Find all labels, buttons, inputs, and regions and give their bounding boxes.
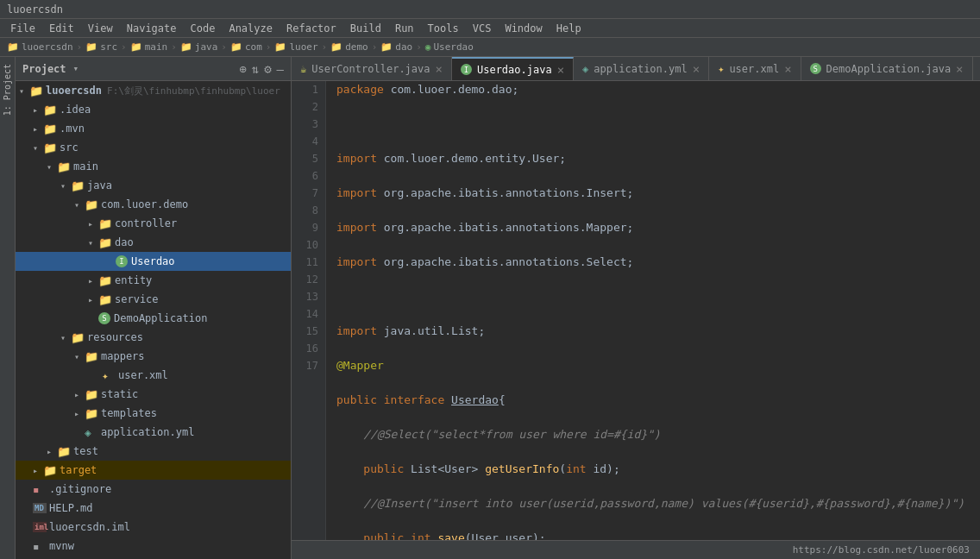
menu-navigate[interactable]: Navigate bbox=[120, 21, 184, 36]
iml-icon: iml bbox=[33, 522, 47, 532]
tree-item-userdao[interactable]: I Userdao bbox=[16, 252, 291, 271]
bc-com[interactable]: 📁 com bbox=[230, 41, 262, 53]
tree-item-src[interactable]: ▾ 📁 src bbox=[16, 138, 291, 157]
menu-build[interactable]: Build bbox=[343, 21, 388, 36]
tab-demoapplication[interactable]: S DemoApplication.java × bbox=[801, 57, 973, 80]
menu-help[interactable]: Help bbox=[550, 21, 588, 36]
code-line bbox=[336, 116, 970, 133]
menu-window[interactable]: Window bbox=[498, 21, 549, 36]
project-panel: Project ▾ ⊕ ⇅ ⚙ — ▾ 📁 luoercsdn F:\剑灵\fi… bbox=[16, 57, 292, 559]
bc-luoer[interactable]: 📁 luoer bbox=[274, 41, 317, 53]
menu-tools[interactable]: Tools bbox=[421, 21, 466, 36]
panel-icons: ⊕ ⇅ ⚙ — bbox=[239, 62, 284, 76]
tab-close-userxml[interactable]: × bbox=[784, 63, 791, 75]
code-line: @Mapper bbox=[336, 357, 970, 374]
folder-icon: 📁 bbox=[43, 122, 57, 135]
file-tree: ▾ 📁 luoercsdn F:\剑灵\finhubmp\finhubmp\lu… bbox=[16, 81, 291, 559]
menu-vcs[interactable]: VCS bbox=[466, 21, 499, 36]
bc-java[interactable]: 📁 java bbox=[180, 41, 218, 53]
bc-src[interactable]: 📁 src bbox=[85, 41, 117, 53]
xml-tab-icon: ✦ bbox=[718, 63, 724, 75]
app-title: luoercsdn bbox=[7, 3, 63, 16]
tree-item-helpmd[interactable]: MD HELP.md bbox=[16, 499, 291, 518]
folder-icon: 📁 bbox=[85, 350, 98, 363]
folder-icon: 📁 bbox=[98, 293, 112, 306]
bc-luoercsdn[interactable]: 📁 luoercsdn bbox=[7, 41, 73, 53]
menu-refactor[interactable]: Refactor bbox=[280, 21, 343, 36]
spring-tab-icon: S bbox=[810, 63, 821, 74]
folder-icon: 📁 bbox=[71, 331, 85, 344]
tree-item-applicationyml[interactable]: ◈ application.yml bbox=[16, 423, 291, 442]
folder-icon: 📁 bbox=[43, 104, 57, 116]
folder-icon: 📁 bbox=[85, 388, 98, 401]
code-editor[interactable]: package com.luoer.demo.dao; import com.l… bbox=[326, 81, 980, 540]
tree-item-demoapplication[interactable]: S DemoApplication bbox=[16, 309, 291, 328]
spring-icon: S bbox=[98, 312, 110, 324]
tab-usercontroller[interactable]: ☕ UserController.java × bbox=[292, 57, 452, 80]
tree-item-mvnwcmd[interactable]: ▪ mvnw.cmd bbox=[16, 556, 291, 559]
sort-icon[interactable]: ⇅ bbox=[252, 62, 259, 76]
tree-item-mappers[interactable]: ▾ 📁 mappers bbox=[16, 347, 291, 366]
tab-userdao[interactable]: I Userdao.java × bbox=[452, 57, 574, 80]
tree-item-userxml[interactable]: ✦ user.xml bbox=[16, 366, 291, 385]
md-icon: MD bbox=[33, 503, 47, 513]
add-icon[interactable]: ⊕ bbox=[239, 62, 246, 76]
java-tab-icon: ☕ bbox=[300, 63, 306, 75]
menu-run[interactable]: Run bbox=[388, 21, 421, 36]
tab-applicationyml[interactable]: ◈ application.yml × bbox=[574, 57, 709, 80]
tree-item-luoercsdniml[interactable]: iml luoercsdn.iml bbox=[16, 518, 291, 537]
bc-main[interactable]: 📁 main bbox=[130, 41, 168, 53]
tab-close-demoapplication[interactable]: × bbox=[956, 63, 963, 75]
tree-item-test[interactable]: ▸ 📁 test bbox=[16, 442, 291, 461]
folder-icon: 📁 bbox=[98, 236, 112, 249]
tree-item-resources[interactable]: ▾ 📁 resources bbox=[16, 328, 291, 347]
collapse-icon[interactable]: — bbox=[277, 62, 284, 76]
yml-icon: ◈ bbox=[85, 426, 98, 439]
menu-analyze[interactable]: Analyze bbox=[222, 21, 280, 36]
code-line: import org.apache.ibatis.annotations.Sel… bbox=[336, 254, 970, 271]
bc-dao[interactable]: 📁 dao bbox=[380, 41, 412, 53]
tree-item-idea[interactable]: ▸ 📁 .idea bbox=[16, 100, 291, 119]
tree-item-entity[interactable]: ▸ 📁 entity bbox=[16, 271, 291, 290]
code-line bbox=[336, 288, 970, 305]
bc-userdao[interactable]: ◉ Userdao bbox=[425, 41, 474, 53]
settings-icon[interactable]: ⚙ bbox=[264, 62, 271, 76]
menu-view[interactable]: View bbox=[81, 21, 120, 36]
tree-item-gitignore[interactable]: ▪ .gitignore bbox=[16, 480, 291, 499]
folder-icon: 📁 bbox=[57, 160, 71, 173]
tree-item-main[interactable]: ▾ 📁 main bbox=[16, 157, 291, 176]
breadcrumb: 📁 luoercsdn › 📁 src › 📁 main › 📁 java › … bbox=[0, 38, 980, 57]
bc-demo[interactable]: 📁 demo bbox=[330, 41, 368, 53]
tree-item-dao[interactable]: ▾ 📁 dao bbox=[16, 233, 291, 252]
tree-item-static[interactable]: ▸ 📁 static bbox=[16, 385, 291, 404]
tree-item-mvnw[interactable]: ▪ mvnw bbox=[16, 537, 291, 556]
tree-item-templates[interactable]: ▸ 📁 templates bbox=[16, 404, 291, 423]
tree-item-service[interactable]: ▸ 📁 service bbox=[16, 290, 291, 309]
folder-icon: 📁 bbox=[57, 445, 71, 458]
side-label: 1: Project bbox=[0, 57, 16, 559]
tab-close-applicationyml[interactable]: × bbox=[693, 63, 700, 75]
menu-code[interactable]: Code bbox=[184, 21, 223, 36]
tree-item-com-luoer-demo[interactable]: ▾ 📁 com.luoer.demo bbox=[16, 195, 291, 214]
line-numbers: 1 2 3 4 5 6 7 8 9 10 11 12 13 14 15 16 1… bbox=[292, 81, 326, 540]
menu-edit[interactable]: Edit bbox=[42, 21, 81, 36]
tree-item-mvn[interactable]: ▸ 📁 .mvn bbox=[16, 119, 291, 138]
menu-file[interactable]: File bbox=[3, 21, 42, 36]
folder-icon: 📁 bbox=[98, 217, 112, 230]
title-bar: luoercsdn bbox=[0, 0, 980, 19]
tree-item-luoercsdn[interactable]: ▾ 📁 luoercsdn F:\剑灵\finhubmp\finhubmp\lu… bbox=[16, 81, 291, 100]
interface-tab-icon: I bbox=[461, 64, 472, 75]
interface-icon: I bbox=[116, 255, 128, 267]
tab-close-usercontroller[interactable]: × bbox=[436, 63, 443, 75]
tree-item-java[interactable]: ▾ 📁 java bbox=[16, 176, 291, 195]
code-area[interactable]: 1 2 3 4 5 6 7 8 9 10 11 12 13 14 15 16 1… bbox=[292, 81, 980, 540]
tab-userxml[interactable]: ✦ user.xml × bbox=[709, 57, 801, 80]
tab-bar: ☕ UserController.java × I Userdao.java ×… bbox=[292, 57, 980, 81]
gitignore-icon: ▪ bbox=[33, 483, 47, 496]
code-line: public interface Userdao{ bbox=[336, 392, 970, 409]
tree-item-controller[interactable]: ▸ 📁 controller bbox=[16, 214, 291, 233]
folder-icon: 📁 bbox=[98, 274, 112, 287]
code-line: //@Insert("insert into user(userid,passw… bbox=[336, 495, 970, 512]
tree-item-target[interactable]: ▸ 📁 target bbox=[16, 461, 291, 480]
tab-close-userdao[interactable]: × bbox=[557, 64, 564, 76]
